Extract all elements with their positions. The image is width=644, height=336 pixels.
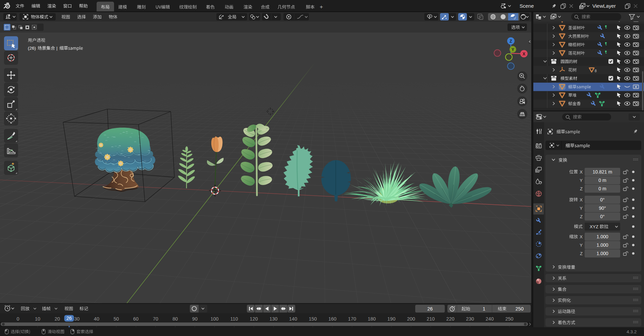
svg-text:10: 10 — [35, 316, 40, 322]
svg-text:1.000: 1.000 — [596, 234, 608, 239]
svg-text:4.3.2: 4.3.2 — [627, 329, 637, 334]
svg-text:100: 100 — [210, 316, 218, 322]
svg-text:30: 30 — [74, 316, 79, 322]
svg-text:+: + — [320, 4, 323, 10]
svg-text:X: X — [523, 52, 525, 56]
svg-text:1: 1 — [483, 306, 485, 311]
svg-text:Scene: Scene — [520, 3, 534, 9]
svg-text:190: 190 — [387, 316, 395, 322]
svg-text:8: 8 — [595, 69, 597, 73]
svg-text:Z: Z — [580, 251, 583, 256]
svg-text:Y: Y — [512, 47, 514, 52]
svg-text:Y: Y — [580, 243, 583, 248]
svg-text:1.000: 1.000 — [596, 242, 608, 248]
svg-text:180: 180 — [368, 316, 376, 322]
svg-text:(26): (26) — [28, 46, 36, 51]
svg-text:0°: 0° — [600, 197, 604, 202]
svg-text:70: 70 — [153, 316, 158, 322]
svg-text:150: 150 — [309, 316, 317, 322]
svg-text:ViewLayer: ViewLayer — [592, 3, 616, 9]
svg-text:250: 250 — [505, 316, 513, 322]
svg-text:160: 160 — [328, 316, 336, 322]
svg-text:240: 240 — [486, 316, 494, 322]
svg-text:Y: Y — [580, 178, 583, 183]
svg-text:90°: 90° — [599, 205, 606, 211]
svg-text:60: 60 — [133, 316, 139, 322]
svg-text:26: 26 — [66, 316, 72, 321]
svg-text:0°: 0° — [600, 214, 604, 219]
svg-text:Z: Z — [580, 186, 583, 191]
svg-text:XYZ: XYZ — [590, 224, 598, 229]
svg-text:X: X — [580, 234, 583, 239]
svg-text:250: 250 — [516, 306, 524, 311]
svg-text:130: 130 — [269, 316, 277, 322]
svg-text:120: 120 — [250, 316, 258, 322]
svg-text:Y: Y — [580, 206, 583, 211]
svg-text:210: 210 — [427, 316, 435, 322]
svg-text:X: X — [580, 170, 583, 175]
svg-text:26: 26 — [427, 306, 433, 311]
svg-text:140: 140 — [289, 316, 297, 322]
svg-text:220: 220 — [446, 316, 454, 322]
svg-text:110: 110 — [230, 316, 238, 322]
svg-text:Z: Z — [580, 214, 583, 219]
svg-text:10.821 m: 10.821 m — [593, 169, 612, 175]
svg-text:0 m: 0 m — [598, 178, 606, 183]
svg-text:90: 90 — [192, 316, 198, 322]
svg-text:20: 20 — [55, 316, 60, 322]
svg-text:X: X — [580, 197, 583, 202]
svg-text:1.000: 1.000 — [596, 251, 608, 256]
svg-text:50: 50 — [113, 316, 119, 322]
svg-text:|: | — [56, 46, 57, 51]
svg-text:0 m: 0 m — [598, 186, 606, 191]
svg-text:80: 80 — [172, 316, 178, 322]
svg-text:Z: Z — [509, 39, 512, 44]
svg-text:230: 230 — [466, 316, 474, 322]
svg-text:200: 200 — [407, 316, 415, 322]
svg-text:0: 0 — [16, 316, 19, 322]
svg-text:170: 170 — [348, 316, 356, 322]
svg-text:40: 40 — [94, 316, 99, 322]
